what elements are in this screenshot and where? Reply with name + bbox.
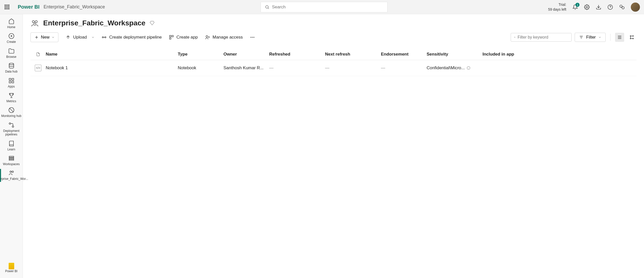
column-header-next-refresh[interactable]: Next refresh [325,52,381,57]
column-header-included[interactable]: Included in app [482,52,636,57]
sidebar-label: Browse [6,55,16,59]
filter-label: Filter [586,35,596,40]
svg-point-4 [608,5,613,9]
svg-point-36 [206,36,208,37]
column-header-icon[interactable] [30,52,46,57]
upload-label: Upload [73,35,87,40]
sidebar-label: Home [7,25,15,29]
divider [610,34,610,41]
top-bar: Power BI Enterprise_Fabric_Workspace Tri… [0,0,644,14]
column-header-type[interactable]: Type [178,52,223,57]
cell-owner: Santhosh Kumar R... [223,65,269,71]
sidebar-item-create[interactable]: Create [0,31,23,46]
manage-access-button[interactable]: Manage access [205,35,243,40]
svg-point-24 [12,171,13,172]
sidebar-item-learn[interactable]: Learn [0,138,23,153]
svg-point-50 [633,36,633,36]
access-icon [205,35,210,40]
svg-line-1 [268,8,269,9]
svg-point-40 [253,37,254,38]
column-header-endorsement[interactable]: Endorsement [381,52,427,57]
ellipsis-icon [250,35,255,40]
question-icon [607,4,613,10]
diamond-icon[interactable] [150,21,155,26]
sidebar-label: Apps [8,85,15,88]
sidebar-item-powerbi[interactable]: Power BI [0,261,23,275]
sidebar-label: Deployment pipelines [1,129,22,136]
svg-point-18 [9,123,11,124]
column-header-refreshed[interactable]: Refreshed [269,52,325,57]
sidebar-label: Learn [7,148,15,151]
help-button[interactable] [607,4,613,10]
table-row[interactable]: </> Notebook 1 Notebook Santhosh Kumar R… [30,60,636,76]
sidebar-item-pipelines[interactable]: Deployment pipelines [0,120,23,138]
file-icon [36,52,40,57]
cell-name[interactable]: Notebook 1 [46,65,178,71]
column-header-name[interactable]: Name [46,52,178,57]
more-button[interactable] [250,35,255,40]
grid-icon [8,78,14,84]
svg-rect-15 [12,81,14,83]
trial-status[interactable]: Trial: 59 days left [548,2,566,11]
filter-button[interactable]: Filter [575,33,606,42]
sidebar-label: Create [7,40,16,44]
download-button[interactable] [596,4,601,10]
search-box[interactable] [261,2,388,12]
search-input[interactable] [272,5,383,10]
svg-line-17 [9,108,13,112]
sidebar-label: Workspaces [3,162,20,166]
sidebar-item-datahub[interactable]: Data hub [0,61,23,75]
info-icon[interactable] [467,66,470,70]
svg-point-30 [102,37,103,38]
breadcrumb[interactable]: Enterprise_Fabric_Workspace [44,4,105,10]
svg-point-41 [514,37,515,38]
filter-input-container[interactable] [511,33,572,42]
sidebar-label: Monitoring hub [1,114,21,118]
sidebar-item-current-workspace[interactable]: Enterprise_Fabric_Wor... [0,168,23,183]
gauge-icon [8,107,14,113]
plus-icon [34,35,39,40]
user-avatar[interactable] [631,3,640,12]
notifications-button[interactable]: 1 [572,4,578,10]
filter-keyword-input[interactable] [518,35,568,40]
gear-icon [584,4,590,10]
top-right-controls: Trial: 59 days left 1 [548,2,640,11]
svg-rect-35 [169,38,171,39]
new-label: New [41,35,50,40]
cell-type: Notebook [178,65,223,71]
sidebar-item-browse[interactable]: Browse [0,46,23,61]
book-icon [8,141,14,147]
product-name[interactable]: Power BI [18,4,40,10]
create-app-button[interactable]: Create app [169,35,198,40]
svg-point-26 [35,21,37,23]
list-view-button[interactable] [615,33,624,42]
create-pipeline-button[interactable]: Create deployment pipeline [102,35,162,40]
app-icon [169,35,174,40]
lineage-view-button[interactable] [627,33,636,42]
feedback-button[interactable] [619,4,625,10]
sidebar-item-metrics[interactable]: Metrics [0,90,23,105]
upload-button[interactable]: Upload [66,35,94,40]
svg-rect-21 [9,158,14,159]
workspaces-icon [8,155,14,161]
column-header-owner[interactable]: Owner [223,52,269,57]
sidebar-item-workspaces[interactable]: Workspaces [0,153,23,168]
svg-point-31 [105,37,106,38]
table-header-row: Name Type Owner Refreshed Next refresh E… [30,49,636,60]
column-header-sensitivity[interactable]: Sensitivity [427,52,482,57]
settings-button[interactable] [584,4,590,10]
sidebar-item-apps[interactable]: Apps [0,76,23,90]
main-content: Enterprise_Fabric_Workspace New Upload C… [23,14,644,278]
new-button[interactable]: New [30,32,58,42]
svg-rect-34 [172,36,173,37]
svg-rect-22 [9,159,14,160]
sidebar-item-monitoring[interactable]: Monitoring hub [0,105,23,120]
app-launcher-icon[interactable] [4,4,10,10]
sidebar-label: Power BI [5,269,18,273]
workspace-title: Enterprise_Fabric_Workspace [43,19,146,27]
svg-point-51 [630,38,631,39]
sidebar-item-home[interactable]: Home [0,16,23,31]
sidebar-label: Metrics [6,99,16,103]
svg-point-52 [633,38,633,39]
people-icon [8,170,14,176]
